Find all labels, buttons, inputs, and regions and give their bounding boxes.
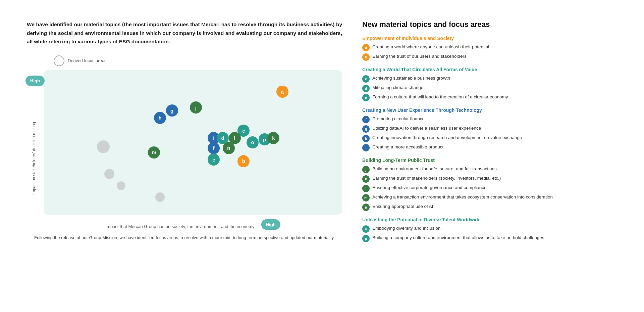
category-title-technology: Creating a New User Experience Through T… bbox=[362, 107, 617, 113]
topic-item-c: cAchieving sustainable business growth bbox=[362, 75, 617, 83]
category-title-trust: Building Long-Term Public Trust bbox=[362, 158, 617, 163]
intro-paragraph: We have identified our material topics (… bbox=[27, 20, 342, 46]
topic-item-a: aCreating a world where anyone can unlea… bbox=[362, 44, 617, 51]
topic-item-b: bEarning the trust of our users and stak… bbox=[362, 53, 617, 61]
derived-focus-blob bbox=[117, 181, 125, 190]
category-trust: Building Long-Term Public TrustjBuilding… bbox=[362, 158, 617, 211]
y-axis-label-wrapper: Impact on stakeholders' decision-making bbox=[29, 87, 39, 230]
topic-badge-j: j bbox=[362, 166, 370, 173]
chart-dot-b: b bbox=[237, 155, 250, 167]
derived-focus-blob bbox=[97, 140, 110, 153]
left-section: We have identified our material topics (… bbox=[27, 20, 342, 248]
topic-badge-o: o bbox=[362, 225, 370, 233]
topic-item-l: lEnsuring effective corporate governance… bbox=[362, 184, 617, 192]
chart-dot-k: k bbox=[267, 132, 279, 144]
topic-item-m: mAchieving a transaction environment tha… bbox=[362, 194, 617, 202]
topic-text-n: Ensuring appropriate use of AI bbox=[372, 203, 433, 210]
topic-badge-p: p bbox=[362, 235, 370, 242]
chart-dot-a: a bbox=[276, 86, 288, 98]
topic-text-e: Forming a culture that will lead to the … bbox=[372, 94, 508, 100]
x-axis-row: Impact that Mercari Group has on society… bbox=[44, 219, 342, 230]
topic-text-i: Creating a more accessible product bbox=[372, 144, 443, 150]
category-technology: Creating a New User Experience Through T… bbox=[362, 107, 617, 151]
category-title-circulates: Creating a World That Circulates All For… bbox=[362, 67, 617, 72]
intro-text-bold: We have identified our material topics (… bbox=[27, 21, 342, 44]
topic-text-l: Ensuring effective corporate governance … bbox=[372, 184, 486, 191]
topic-badge-f: f bbox=[362, 116, 370, 123]
topic-item-e: eForming a culture that will lead to the… bbox=[362, 94, 617, 101]
topic-badge-n: n bbox=[362, 204, 370, 211]
topic-item-h: hCreating innovation through research an… bbox=[362, 134, 617, 142]
derived-focus-blob bbox=[155, 192, 165, 202]
chart-dot-h: h bbox=[154, 112, 166, 124]
legend-text: Derived focus areas bbox=[68, 58, 107, 63]
topic-badge-l: l bbox=[362, 185, 370, 192]
topic-text-a: Creating a world where anyone can unleas… bbox=[372, 44, 489, 50]
topic-text-b: Earning the trust of our users and stake… bbox=[372, 53, 467, 60]
chart-wrapper: High Impact on stakeholders' decision-ma… bbox=[27, 70, 342, 230]
category-empowerment: Empowerment of Individuals and SocietyaC… bbox=[362, 36, 617, 61]
chart-dot-j: j bbox=[190, 101, 202, 114]
y-axis-label: Impact on stakeholders' decision-making bbox=[32, 122, 36, 194]
topic-badge-k: k bbox=[362, 175, 370, 183]
page-container: We have identified our material topics (… bbox=[0, 0, 644, 262]
topic-item-d: dMitigating climate change bbox=[362, 84, 617, 92]
category-title-empowerment: Empowerment of Individuals and Society bbox=[362, 36, 617, 41]
topic-text-h: Creating innovation through research and… bbox=[372, 134, 522, 141]
category-talent: Unleashing the Potential in Diverse Tale… bbox=[362, 217, 617, 242]
categories-container: Empowerment of Individuals and SocietyaC… bbox=[362, 36, 617, 242]
right-title: New material topics and focus areas bbox=[362, 20, 617, 29]
chart-dot-f: f bbox=[208, 142, 220, 154]
chart-dot-e: e bbox=[208, 153, 220, 166]
topic-item-n: nEnsuring appropriate use of AI bbox=[362, 203, 617, 211]
topic-text-k: Earning the trust of stakeholders (socie… bbox=[372, 175, 501, 182]
y-axis-container: High Impact on stakeholders' decision-ma… bbox=[27, 70, 44, 230]
topic-item-k: kEarning the trust of stakeholders (soci… bbox=[362, 175, 617, 183]
topic-text-c: Achieving sustainable business growth bbox=[372, 75, 450, 82]
topic-badge-c: c bbox=[362, 75, 370, 83]
topic-badge-h: h bbox=[362, 135, 370, 142]
topic-badge-i: i bbox=[362, 144, 370, 151]
topic-badge-e: e bbox=[362, 94, 370, 101]
x-axis-label: Impact that Mercari Group has on society… bbox=[105, 224, 254, 229]
chart-dot-n: n bbox=[223, 142, 235, 154]
legend: Derived focus areas bbox=[54, 55, 342, 66]
x-high-label: High bbox=[261, 219, 280, 230]
topic-text-j: Building an environment for safe, secure… bbox=[372, 166, 497, 172]
topic-badge-b: b bbox=[362, 53, 370, 61]
topic-text-m: Achieving a transaction environment that… bbox=[372, 194, 553, 200]
topic-text-f: Promoting circular finance bbox=[372, 116, 425, 122]
chart-dot-m: m bbox=[148, 146, 160, 159]
topic-item-o: oEmbodying diversity and inclusion bbox=[362, 225, 617, 233]
footnote: Following the release of our Group Missi… bbox=[27, 234, 342, 241]
y-high-label: High bbox=[25, 76, 45, 86]
topic-badge-g: g bbox=[362, 125, 370, 133]
topic-item-p: pBuilding a company culture and environm… bbox=[362, 234, 617, 242]
topic-item-j: jBuilding an environment for safe, secur… bbox=[362, 166, 617, 173]
topic-badge-d: d bbox=[362, 85, 370, 92]
topic-badge-a: a bbox=[362, 44, 370, 51]
topic-item-i: iCreating a more accessible product bbox=[362, 144, 617, 151]
chart-dot-o: o bbox=[247, 136, 259, 148]
chart-and-axis: aghjidclopkfnebm Impact that Mercari Gro… bbox=[44, 70, 342, 230]
topic-item-f: fPromoting circular finance bbox=[362, 116, 617, 123]
topic-text-o: Embodying diversity and inclusion bbox=[372, 225, 440, 232]
derived-focus-blob bbox=[104, 169, 114, 179]
chart-dot-g: g bbox=[166, 104, 178, 117]
topic-item-g: gUtilizing data/AI to deliver a seamless… bbox=[362, 125, 617, 133]
category-circulates: Creating a World That Circulates All For… bbox=[362, 67, 617, 101]
category-title-talent: Unleashing the Potential in Diverse Tale… bbox=[362, 217, 617, 222]
topic-text-g: Utilizing data/AI to deliver a seamless … bbox=[372, 125, 481, 132]
chart-area: aghjidclopkfnebm bbox=[44, 70, 342, 215]
topic-text-p: Building a company culture and environme… bbox=[372, 234, 544, 241]
topic-text-d: Mitigating climate change bbox=[372, 84, 423, 91]
right-section: New material topics and focus areas Empo… bbox=[362, 20, 617, 248]
topic-badge-m: m bbox=[362, 194, 370, 202]
legend-circle bbox=[54, 55, 64, 66]
